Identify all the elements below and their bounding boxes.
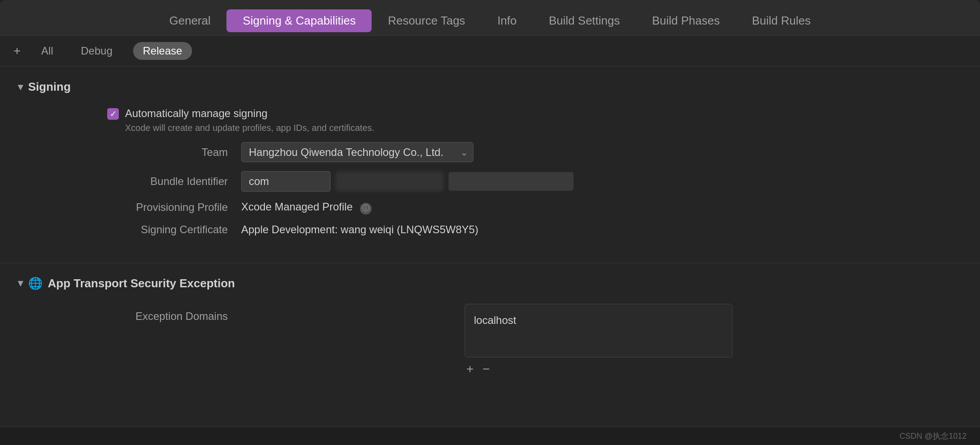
signing-certificate-label: Signing Certificate [18,223,241,236]
auto-signing-sublabel: Xcode will create and update profiles, a… [125,122,374,134]
sub-tab-all[interactable]: All [34,42,60,60]
sub-tab-release[interactable]: Release [133,42,192,60]
provisioning-profile-label: Provisioning Profile [18,201,241,214]
auto-signing-text-block: Automatically manage signing Xcode will … [125,107,374,134]
provisioning-profile-row: Provisioning Profile Xcode Managed Profi… [18,201,962,214]
exception-domains-area: localhost + − [465,304,733,375]
tab-signing-capabilities[interactable]: Signing & Capabilities [226,9,372,32]
remove-exception-button[interactable]: − [482,363,490,375]
signing-section-title: Signing [28,80,71,94]
team-row: Team Hangzhou Qiwenda Technology Co., Lt… [18,142,962,162]
auto-signing-label: Automatically manage signing [125,107,374,120]
tab-info[interactable]: Info [481,9,532,32]
tab-build-phases[interactable]: Build Phases [636,9,736,32]
signing-certificate-row: Signing Certificate Apple Development: w… [18,223,962,236]
ats-section: ▾ 🌐 App Transport Security Exception Exc… [0,263,980,402]
provisioning-profile-value: Xcode Managed Profile ⓘ [241,201,372,214]
bundle-identifier-label: Bundle Identifier [18,175,241,188]
ats-collapse-arrow[interactable]: ▾ [18,277,23,289]
bundle-identifier-row: Bundle Identifier [18,171,962,192]
signing-section-header: ▾ Signing [0,80,980,103]
ats-form-area: Exception Domains localhost + − [0,299,980,389]
main-window: General Signing & Capabilities Resource … [0,0,980,445]
ats-section-title: App Transport Security Exception [48,277,235,290]
sub-tab-bar: + All Debug Release [0,36,980,67]
signing-form-area: ✓ Automatically manage signing Xcode wil… [0,103,980,249]
signing-section: ▾ Signing ✓ Automatically manage signing… [0,67,980,263]
add-capability-button[interactable]: + [13,45,21,57]
bundle-identifier-input[interactable] [241,171,331,192]
tab-bar: General Signing & Capabilities Resource … [0,0,980,36]
auto-signing-row: ✓ Automatically manage signing Xcode wil… [18,107,962,134]
exception-actions: + − [465,363,733,375]
exception-domains-row: Exception Domains localhost + − [18,304,962,375]
ats-globe-icon: 🌐 [28,277,42,290]
provisioning-profile-info-icon[interactable]: ⓘ [360,203,372,214]
checkbox-check-icon: ✓ [110,109,117,119]
ats-section-header: ▾ 🌐 App Transport Security Exception [0,277,980,299]
sub-tab-debug[interactable]: Debug [74,42,120,60]
provisioning-profile-text: Xcode Managed Profile [241,201,353,213]
tab-general[interactable]: General [153,9,227,32]
tab-build-rules[interactable]: Build Rules [736,9,827,32]
bundle-identifier-inputs [241,171,574,192]
team-select[interactable]: Hangzhou Qiwenda Technology Co., Ltd. [241,142,473,162]
tab-resource-tags[interactable]: Resource Tags [372,9,481,32]
add-exception-button[interactable]: + [466,363,473,375]
exception-domains-label: Exception Domains [18,304,241,323]
bundle-identifier-blurred [336,172,443,191]
signing-collapse-arrow[interactable]: ▾ [18,81,23,93]
team-label: Team [18,146,241,159]
auto-signing-checkbox[interactable]: ✓ [107,108,119,120]
signing-certificate-value: Apple Development: wang weiqi (LNQWS5W8Y… [241,223,478,236]
tab-build-settings[interactable]: Build Settings [533,9,636,32]
list-item: localhost [465,309,732,332]
content-area: ▾ Signing ✓ Automatically manage signing… [0,67,980,427]
team-select-wrapper: Hangzhou Qiwenda Technology Co., Ltd. ⌄ [241,142,473,162]
bottom-bar: CSDN @执念1012 [0,427,980,445]
bundle-identifier-field2[interactable] [448,172,574,191]
bottom-bar-text: CSDN @执念1012 [900,432,967,441]
exception-domains-list: localhost [465,304,733,357]
